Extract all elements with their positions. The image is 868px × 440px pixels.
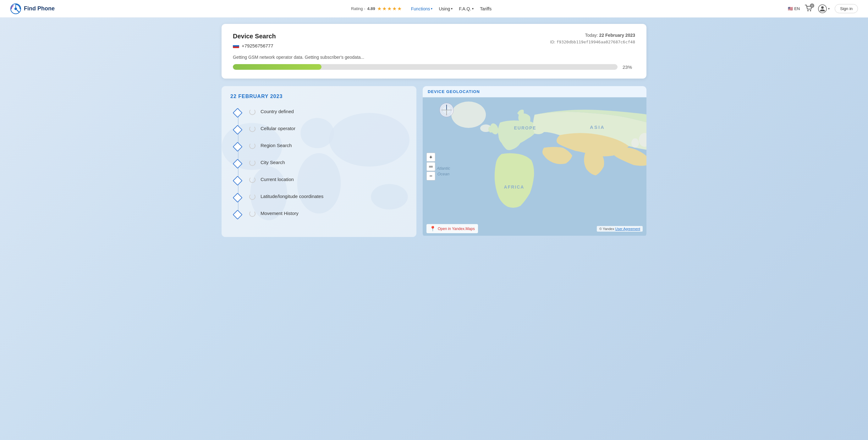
date-label: Today:: [585, 33, 598, 38]
zoom-in-button[interactable]: +: [427, 153, 435, 161]
svg-rect-35: [429, 167, 433, 167]
date-line: Today: 22 February 2023: [550, 33, 635, 38]
progress-percent: 23%: [623, 64, 635, 70]
phone-row: +79256756777: [233, 43, 276, 49]
language-selector[interactable]: 🇺🇸 EN: [788, 6, 800, 11]
timeline-label: Current location: [260, 176, 294, 182]
list-item: Latitude/longitude coordinates: [249, 193, 408, 200]
nav-faq-arrow: ▾: [472, 7, 474, 10]
list-item: Country defined: [249, 108, 408, 115]
nav-tariffs[interactable]: Tariffs: [480, 6, 492, 11]
timeline-date-heading: 22 FEBRUARY 2023: [230, 94, 408, 99]
phone-flag-icon: [233, 44, 239, 48]
svg-point-2: [807, 10, 809, 11]
search-card: Device Search +79256756777 Today: 22: [222, 24, 646, 78]
timeline-label: City Search: [260, 159, 285, 165]
svg-point-5: [821, 6, 824, 9]
timeline-label: Country defined: [260, 108, 294, 114]
zoom-out-button[interactable]: −: [427, 171, 435, 180]
timeline: Country defined Cellular operator Region…: [230, 108, 408, 217]
spinner-icon: [249, 211, 255, 217]
svg-rect-34: [429, 166, 433, 166]
svg-point-3: [810, 10, 811, 11]
timeline-label: Latitude/longitude coordinates: [260, 193, 323, 199]
nav-functions[interactable]: Functions ▾: [411, 6, 433, 11]
rating-label: Rating -: [351, 6, 366, 11]
progress-bar-fill: [233, 64, 321, 70]
spinner-icon: [249, 194, 255, 200]
nav-tariffs-label: Tariffs: [480, 6, 492, 11]
map-copyright: © Yandex User Agreement: [597, 226, 643, 232]
account-button[interactable]: ▾: [818, 4, 830, 13]
nav-faq[interactable]: F.A.Q. ▾: [459, 6, 474, 11]
timeline-diamond-icon: [232, 210, 242, 219]
list-item: Cellular operator: [249, 125, 408, 132]
status-text: Getting GSM network operator data. Getti…: [233, 55, 635, 60]
timeline-diamond-icon: [232, 125, 242, 134]
nav-faq-label: F.A.Q.: [459, 6, 471, 11]
list-item: City Search: [249, 159, 408, 166]
svg-point-21: [631, 138, 639, 148]
map-heading: DEVICE GEOLOCATION: [423, 86, 646, 97]
search-card-left: Device Search +79256756777: [233, 33, 276, 49]
search-card-right: Today: 22 February 2023 ID: f9320dbb119e…: [550, 33, 635, 44]
svg-text:ASIA: ASIA: [590, 124, 605, 130]
progress-row: 23%: [233, 64, 635, 70]
date-value: 22 February 2023: [599, 33, 635, 38]
rating-area: Rating - 4.89 ★★★★★: [351, 6, 402, 12]
header-right: 🇺🇸 EN 0 ▾ Sign in: [788, 4, 858, 13]
timeline-label: Region Search: [260, 142, 292, 148]
list-item: Region Search: [249, 142, 408, 149]
logo-text: Find Phone: [24, 5, 55, 12]
timeline-label: Movement History: [260, 210, 299, 216]
map-footer: 📍 Open in Yandex.Maps © Yandex User Agre…: [423, 224, 646, 233]
id-label: ID:: [550, 40, 555, 44]
account-arrow: ▾: [828, 7, 830, 10]
spinner-icon: [249, 109, 255, 115]
search-card-header: Device Search +79256756777 Today: 22: [233, 33, 635, 49]
progress-bar-background: [233, 64, 618, 70]
svg-text:Atlantic: Atlantic: [436, 166, 450, 171]
svg-text:EUROPE: EUROPE: [514, 125, 536, 130]
svg-text:AFRICA: AFRICA: [504, 185, 525, 190]
yandex-pin-icon: 📍: [430, 226, 436, 232]
logo-icon: [10, 3, 21, 14]
timeline-diamond-icon: [232, 142, 242, 152]
left-panel: 22 FEBRUARY 2023 Country defined Cellula…: [222, 86, 416, 237]
header-center: Rating - 4.89 ★★★★★ Functions ▾ Using ▾ …: [55, 6, 788, 12]
timeline-diamond-icon: [232, 176, 242, 185]
main-nav: Functions ▾ Using ▾ F.A.Q. ▾ Tariffs: [411, 6, 492, 11]
id-value: f9320dbb119ef19946aa027687c6cf48: [557, 40, 635, 44]
id-line: ID: f9320dbb119ef19946aa027687c6cf48: [550, 40, 635, 44]
cart-badge: 0: [810, 3, 814, 8]
nav-functions-arrow: ▾: [431, 7, 432, 10]
logo[interactable]: Find Phone: [10, 3, 55, 14]
zoom-scale-button[interactable]: [427, 162, 435, 171]
spinner-icon: [249, 160, 255, 166]
svg-text:Ocean: Ocean: [437, 171, 450, 176]
cart-button[interactable]: 0: [805, 5, 813, 12]
nav-using[interactable]: Using ▾: [439, 6, 453, 11]
spinner-icon: [249, 126, 255, 132]
map-compass: [439, 102, 454, 118]
map-container: Atlantic Ocean EUROPE ASIA AFRICA: [423, 97, 646, 236]
nav-functions-label: Functions: [411, 6, 430, 11]
map-controls: + −: [427, 153, 435, 180]
timeline-diamond-icon: [232, 108, 242, 118]
timeline-label: Cellular operator: [260, 125, 296, 131]
main-content: Device Search +79256756777 Today: 22: [214, 18, 654, 243]
open-yandex-label: Open in Yandex.Maps: [438, 227, 475, 231]
svg-point-1: [14, 7, 17, 10]
bottom-section: 22 FEBRUARY 2023 Country defined Cellula…: [222, 86, 646, 237]
open-yandex-maps-button[interactable]: 📍 Open in Yandex.Maps: [427, 224, 478, 233]
flag-icon: 🇺🇸: [788, 6, 793, 11]
svg-rect-8: [233, 46, 239, 48]
timeline-diamond-icon: [232, 159, 242, 168]
account-icon: [818, 4, 827, 13]
list-item: Movement History: [249, 210, 408, 217]
phone-number: +79256756777: [242, 43, 273, 49]
nav-using-label: Using: [439, 6, 450, 11]
svg-point-16: [451, 101, 486, 128]
user-agreement-link[interactable]: User Agreement: [615, 227, 640, 231]
sign-in-button[interactable]: Sign in: [835, 4, 858, 13]
